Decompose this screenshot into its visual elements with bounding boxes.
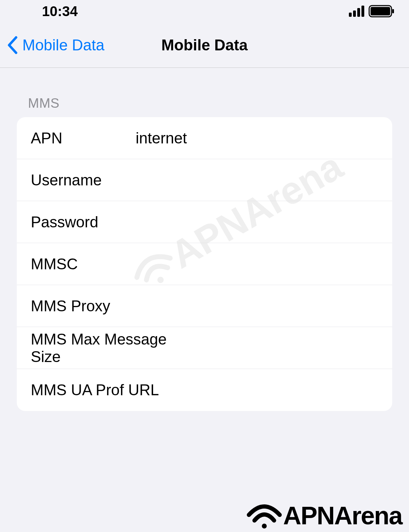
row-label: MMS UA Prof URL xyxy=(31,381,200,399)
settings-row-mmsc[interactable]: MMSC xyxy=(17,243,392,285)
settings-row-password[interactable]: Password xyxy=(17,201,392,243)
chevron-left-icon xyxy=(7,36,18,54)
content: MMS APN Username Password MMSC MMS Proxy… xyxy=(0,68,409,411)
section-header-mms: MMS xyxy=(17,96,392,117)
mms-ua-prof-input[interactable] xyxy=(200,381,392,399)
svg-point-8 xyxy=(262,524,267,529)
wifi-icon xyxy=(247,502,282,530)
status-time: 10:34 xyxy=(42,3,78,19)
navigation-bar: Mobile Data Mobile Data xyxy=(0,22,409,68)
svg-rect-6 xyxy=(392,9,394,13)
settings-row-mms-ua-prof[interactable]: MMS UA Prof URL xyxy=(17,369,392,411)
svg-rect-1 xyxy=(353,10,356,17)
row-label: MMSC xyxy=(31,255,136,273)
row-label: APN xyxy=(31,129,136,147)
row-label: Username xyxy=(31,171,136,189)
username-input[interactable] xyxy=(136,171,392,189)
row-label: Password xyxy=(31,213,136,231)
svg-rect-3 xyxy=(361,6,364,17)
mmsc-input[interactable] xyxy=(136,255,392,273)
mms-proxy-input[interactable] xyxy=(136,297,392,315)
svg-rect-0 xyxy=(349,13,352,17)
apn-input[interactable] xyxy=(136,129,392,147)
status-indicators xyxy=(349,5,395,17)
cellular-signal-icon xyxy=(349,6,365,17)
settings-row-mms-proxy[interactable]: MMS Proxy xyxy=(17,285,392,327)
row-label: MMS Max Message Size xyxy=(31,331,200,366)
battery-icon xyxy=(368,5,395,17)
page-title: Mobile Data xyxy=(162,36,248,54)
footer-watermark-text: APNArena xyxy=(283,501,402,530)
row-label: MMS Proxy xyxy=(31,297,136,315)
footer-watermark: APNArena xyxy=(247,501,402,530)
status-bar: 10:34 xyxy=(0,0,409,22)
svg-rect-2 xyxy=(357,8,360,17)
back-label: Mobile Data xyxy=(22,36,105,54)
settings-group-mms: APN Username Password MMSC MMS Proxy MMS… xyxy=(17,117,392,411)
settings-row-username[interactable]: Username xyxy=(17,159,392,201)
settings-row-apn[interactable]: APN xyxy=(17,117,392,159)
settings-row-mms-max-size[interactable]: MMS Max Message Size xyxy=(17,327,392,369)
password-input[interactable] xyxy=(136,213,392,231)
svg-rect-5 xyxy=(371,7,390,15)
back-button[interactable]: Mobile Data xyxy=(0,36,105,54)
mms-max-size-input[interactable] xyxy=(200,339,392,357)
